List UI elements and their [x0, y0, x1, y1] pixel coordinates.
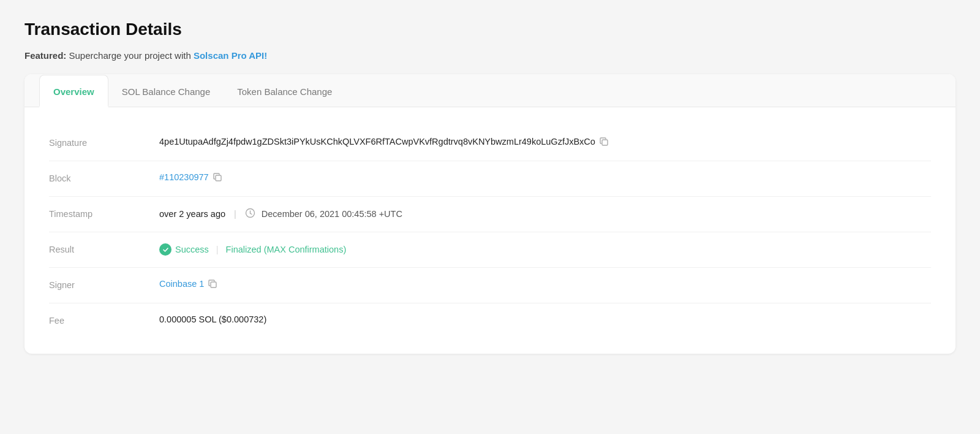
block-link[interactable]: #110230977 — [159, 172, 209, 182]
featured-banner: Featured: Supercharge your project with … — [24, 50, 956, 61]
success-text: Success — [175, 245, 209, 254]
result-value: Success | Finalized (MAX Confirmations) — [159, 243, 931, 256]
finalized-text: Finalized (MAX Confirmations) — [226, 245, 347, 254]
fee-label: Fee — [49, 314, 159, 326]
signer-value: Coinbase 1 — [159, 279, 931, 289]
block-row: Block #110230977 — [49, 161, 931, 197]
block-label: Block — [49, 172, 159, 183]
timestamp-separator: | — [234, 209, 236, 219]
featured-link[interactable]: Solscan Pro API! — [194, 50, 267, 61]
page-container: Transaction Details Featured: Supercharg… — [0, 0, 980, 434]
fee-amount: 0.000005 SOL ($0.000732) — [159, 314, 266, 324]
timestamp-absolute: December 06, 2021 00:45:58 +UTC — [262, 209, 402, 219]
timestamp-label: Timestamp — [49, 208, 159, 219]
tab-overview[interactable]: Overview — [39, 75, 108, 107]
transaction-card: Overview SOL Balance Change Token Balanc… — [24, 74, 956, 354]
signature-hash: 4pe1UtupaAdfgZj4fpdw1gZDSkt3iPYkUsKChkQL… — [159, 137, 595, 147]
fee-row: Fee 0.000005 SOL ($0.000732) — [49, 303, 931, 339]
signer-copy-icon[interactable] — [208, 279, 217, 289]
tab-sol-balance[interactable]: SOL Balance Change — [108, 75, 224, 107]
svg-rect-0 — [602, 140, 608, 145]
content-area: Signature 4pe1UtupaAdfgZj4fpdw1gZDSkt3iP… — [24, 107, 956, 354]
clock-icon — [245, 208, 255, 220]
block-copy-icon[interactable] — [213, 172, 222, 182]
tab-token-balance[interactable]: Token Balance Change — [224, 75, 345, 107]
tabs-row: Overview SOL Balance Change Token Balanc… — [24, 74, 956, 107]
fee-value: 0.000005 SOL ($0.000732) — [159, 314, 931, 324]
featured-label: Featured: — [24, 50, 66, 61]
success-badge: Success — [159, 243, 209, 256]
success-check-icon — [159, 243, 172, 256]
signer-label: Signer — [49, 279, 159, 290]
signature-row: Signature 4pe1UtupaAdfgZj4fpdw1gZDSkt3iP… — [49, 126, 931, 161]
timestamp-value: over 2 years ago | December 06, 2021 00:… — [159, 208, 931, 220]
result-pipe: | — [216, 245, 219, 254]
signature-value: 4pe1UtupaAdfgZj4fpdw1gZDSkt3iPYkUsKChkQL… — [159, 137, 931, 147]
result-label: Result — [49, 243, 159, 254]
signature-label: Signature — [49, 137, 159, 148]
signature-copy-icon[interactable] — [599, 137, 609, 147]
svg-rect-3 — [211, 282, 216, 287]
signer-link[interactable]: Coinbase 1 — [159, 279, 204, 289]
timestamp-relative: over 2 years ago — [159, 209, 225, 219]
page-title: Transaction Details — [24, 20, 956, 39]
result-row: Result Success | Finalized (MAX Confirma… — [49, 232, 931, 268]
featured-text: Supercharge your project with — [69, 50, 194, 61]
svg-rect-1 — [216, 175, 221, 181]
timestamp-row: Timestamp over 2 years ago | December 06… — [49, 197, 931, 232]
signer-row: Signer Coinbase 1 — [49, 268, 931, 303]
block-value: #110230977 — [159, 172, 931, 182]
